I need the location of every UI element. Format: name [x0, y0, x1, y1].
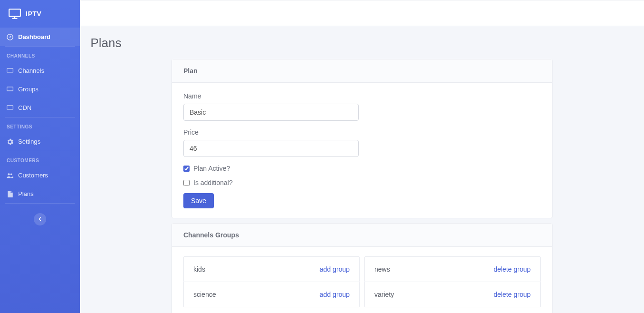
- groups-right-column: news delete group variety delete group: [364, 256, 541, 307]
- name-label: Name: [183, 92, 541, 100]
- sidebar: IPTV Dashboard CHANNELS Channels: [0, 0, 80, 313]
- collapse-control: [0, 204, 80, 235]
- svg-rect-6: [7, 87, 13, 91]
- nav-cdn[interactable]: CDN: [0, 98, 80, 117]
- nav-plans[interactable]: Plans: [0, 185, 80, 203]
- tv-icon: [9, 9, 21, 19]
- nav-channels[interactable]: Channels: [0, 61, 80, 80]
- display-icon: [7, 68, 13, 74]
- channels-groups-card: Channels Groups kids add group science a…: [171, 223, 553, 313]
- main: Plans Plan Name Price Plan Active?: [80, 0, 644, 313]
- groups-left-column: kids add group science add group: [183, 256, 360, 307]
- users-icon: [7, 172, 13, 179]
- gear-icon: [7, 138, 13, 145]
- collapse-sidebar-button[interactable]: [34, 213, 46, 225]
- plan-card: Plan Name Price Plan Active?: [171, 59, 553, 218]
- group-name: news: [374, 265, 390, 273]
- price-input[interactable]: [183, 140, 359, 157]
- group-row: science add group: [183, 282, 360, 307]
- nav-customers[interactable]: Customers: [0, 166, 80, 185]
- delete-group-link[interactable]: delete group: [493, 291, 531, 298]
- is-additional-checkbox[interactable]: [183, 180, 190, 186]
- topbar: [80, 0, 644, 26]
- nav-groups[interactable]: Groups: [0, 80, 80, 98]
- nav-settings[interactable]: Settings: [0, 132, 80, 151]
- file-icon: [7, 191, 13, 197]
- plan-active-checkbox[interactable]: [183, 166, 190, 172]
- svg-rect-0: [9, 9, 20, 16]
- card-header-plan: Plan: [172, 59, 552, 83]
- svg-point-4: [10, 36, 11, 38]
- plan-active-label: Plan Active?: [193, 165, 230, 172]
- group-row: variety delete group: [364, 282, 541, 307]
- nav-heading-channels: CHANNELS: [0, 47, 80, 61]
- group-name: science: [193, 291, 216, 298]
- brand: IPTV: [0, 0, 80, 28]
- nav-heading-customers: CUSTOMERS: [0, 151, 80, 166]
- nav-label: Dashboard: [18, 33, 50, 40]
- page-title: Plans: [91, 36, 634, 50]
- brand-name: IPTV: [26, 10, 41, 18]
- nav-dashboard[interactable]: Dashboard: [0, 28, 80, 46]
- nav-label: Channels: [18, 67, 44, 74]
- nav-heading-settings: SETTINGS: [0, 117, 80, 132]
- display-icon: [7, 105, 13, 111]
- nav-label: Customers: [18, 172, 48, 179]
- price-label: Price: [183, 128, 541, 136]
- group-row: kids add group: [183, 256, 360, 282]
- group-name: variety: [374, 291, 394, 298]
- nav-label: CDN: [18, 104, 31, 111]
- dashboard-icon: [7, 34, 13, 40]
- is-additional-label: Is additional?: [193, 179, 233, 186]
- nav-label: Plans: [18, 190, 34, 197]
- nav-label: Settings: [18, 138, 40, 145]
- delete-group-link[interactable]: delete group: [493, 265, 531, 273]
- add-group-link[interactable]: add group: [320, 291, 350, 298]
- save-button[interactable]: Save: [183, 193, 214, 208]
- svg-point-8: [8, 173, 10, 175]
- nav-label: Groups: [18, 86, 39, 93]
- card-header-groups: Channels Groups: [172, 224, 552, 247]
- name-input[interactable]: [183, 104, 359, 121]
- svg-rect-7: [7, 106, 13, 109]
- display-icon: [7, 86, 13, 93]
- content: Plans Plan Name Price Plan Active?: [80, 26, 644, 313]
- group-row: news delete group: [364, 256, 541, 282]
- chevron-left-icon: [39, 216, 41, 222]
- add-group-link[interactable]: add group: [320, 265, 350, 273]
- group-name: kids: [193, 265, 205, 273]
- svg-rect-5: [7, 68, 13, 72]
- svg-point-9: [10, 173, 12, 175]
